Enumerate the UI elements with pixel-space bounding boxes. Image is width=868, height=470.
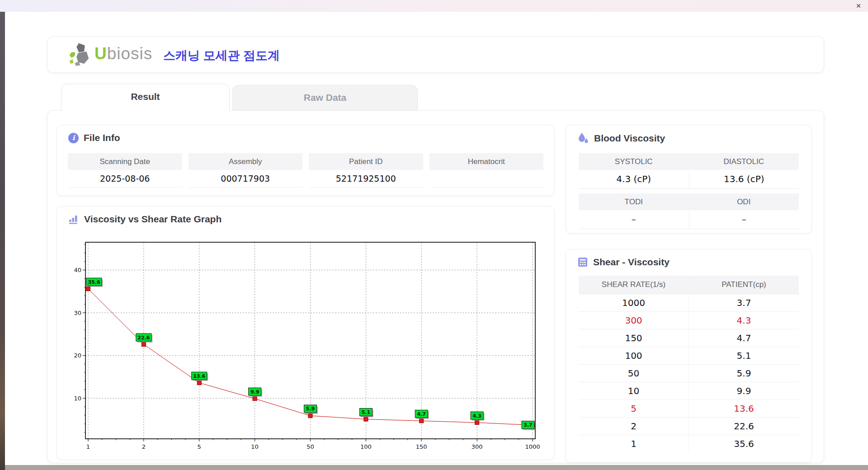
file-info-field-label: Scanning Date	[68, 153, 182, 170]
svg-text:20: 20	[74, 352, 81, 359]
desktop-edge-left	[0, 12, 5, 470]
shear-table-header-cell: PATIENT(cp)	[689, 276, 799, 294]
patient-viscosity-cell: 3.7	[689, 294, 799, 311]
blood-viscosity-value: 4.3 (cP)	[579, 170, 689, 189]
shear-table-row: 1005.1	[579, 347, 799, 364]
patient-viscosity-cell: 35.6	[689, 435, 799, 452]
svg-text:4.7: 4.7	[417, 411, 426, 417]
svg-text:10: 10	[251, 443, 259, 450]
info-icon: i	[68, 133, 79, 143]
svg-text:9.9: 9.9	[250, 389, 259, 395]
svg-text:4.3: 4.3	[472, 413, 481, 419]
file-info-field-label: Assembly	[189, 153, 303, 170]
svg-text:5: 5	[198, 443, 201, 450]
svg-text:22.6: 22.6	[137, 335, 150, 341]
file-info-field: Assembly000717903	[189, 153, 303, 188]
shear-rate-cell: 150	[579, 329, 689, 347]
shear-table: SHEAR RATE(1/s)PATIENT(cp)10003.73004.31…	[579, 276, 799, 452]
patient-viscosity-cell: 4.7	[689, 329, 799, 347]
svg-text:35.6: 35.6	[88, 279, 100, 285]
shear-table-row: 135.6	[579, 435, 799, 452]
tab-result[interactable]: Result	[61, 84, 230, 111]
shear-viscosity-title: Shear - Viscosity	[593, 257, 670, 268]
file-info-field-value	[429, 170, 544, 188]
svg-text:2: 2	[142, 443, 146, 450]
shear-rate-cell: 5	[579, 400, 689, 417]
blood-viscosity-group: TODIODI––	[579, 193, 799, 229]
shear-table-row: 505.9	[579, 364, 799, 382]
ubiosis-logo-icon	[67, 42, 92, 66]
ubiosis-logo-text: Ubiosis	[94, 44, 152, 63]
blood-viscosity-value: –	[579, 210, 689, 229]
table-calculator-icon	[577, 257, 588, 268]
file-info-card: i File Info Scanning Date2025-08-06Assem…	[57, 125, 555, 196]
screen: × Ubiosis 스캐닝 모세관 점도계 Result Raw Data	[0, 0, 868, 470]
svg-text:10: 10	[74, 395, 81, 402]
shear-table-row: 513.6	[579, 400, 799, 417]
blood-viscosity-header: SYSTOLIC	[579, 153, 689, 170]
blood-viscosity-value: 13.6 (cP)	[689, 170, 799, 189]
svg-text:150: 150	[416, 443, 427, 450]
blood-viscosity-header: ODI	[689, 193, 799, 210]
svg-text:13.6: 13.6	[193, 373, 205, 379]
file-info-field-value: 52171925100	[309, 170, 423, 188]
shear-viscosity-card: Shear - Viscosity SHEAR RATE(1/s)PATIENT…	[566, 249, 812, 463]
app-title: 스캐닝 모세관 점도계	[163, 47, 280, 64]
shear-rate-cell: 1000	[579, 294, 689, 311]
shear-table-header-cell: SHEAR RATE(1/s)	[579, 276, 689, 294]
file-info-field: Hematocrit	[429, 153, 544, 188]
viscosity-chart: 102030401251050100150300100035.622.613.6…	[64, 234, 547, 460]
shear-rate-cell: 2	[579, 418, 689, 435]
svg-text:40: 40	[74, 267, 81, 273]
shear-rate-cell: 10	[579, 382, 689, 400]
header-card: Ubiosis 스캐닝 모세관 점도계	[47, 36, 824, 73]
svg-text:5.1: 5.1	[362, 409, 371, 415]
shear-rate-cell: 300	[579, 312, 689, 329]
ubiosis-logo: Ubiosis	[67, 42, 152, 66]
patient-viscosity-cell: 5.1	[689, 347, 799, 364]
blood-viscosity-header: TODI	[579, 193, 689, 210]
svg-text:5.9: 5.9	[306, 406, 315, 412]
shear-rate-cell: 1	[579, 435, 689, 452]
blood-viscosity-title: Blood Viscosity	[594, 133, 665, 144]
patient-viscosity-cell: 13.6	[689, 400, 799, 417]
shear-rate-cell: 50	[579, 365, 689, 382]
app-window: Ubiosis 스캐닝 모세관 점도계 Result Raw Data i Fi…	[5, 12, 868, 465]
shear-table-row: 3004.3	[579, 311, 799, 329]
logo-text-u: U	[94, 44, 107, 63]
shear-table-row: 222.6	[579, 417, 799, 435]
bar-chart-icon	[68, 214, 79, 225]
blood-viscosity-value: –	[689, 210, 799, 229]
patient-viscosity-cell: 9.9	[689, 382, 799, 400]
patient-viscosity-cell: 22.6	[689, 418, 799, 435]
blood-viscosity-table: SYSTOLICDIASTOLIC4.3 (cP)13.6 (cP)TODIOD…	[579, 153, 799, 234]
svg-text:300: 300	[472, 443, 483, 450]
shear-table-row: 109.9	[579, 382, 799, 400]
file-info-field-label: Patient ID	[309, 153, 423, 170]
logo-text-rest: biosis	[107, 44, 153, 63]
patient-viscosity-cell: 5.9	[689, 365, 799, 382]
file-info-field: Patient ID52171925100	[309, 153, 423, 188]
blood-viscosity-header: DIASTOLIC	[689, 153, 799, 170]
svg-text:1: 1	[86, 443, 90, 450]
file-info-field-value: 000717903	[189, 170, 303, 188]
tab-raw-data[interactable]: Raw Data	[232, 85, 418, 110]
svg-text:1000: 1000	[525, 443, 540, 450]
patient-viscosity-cell: 4.3	[689, 312, 799, 329]
desktop-edge-bottom	[5, 465, 868, 470]
file-info-field-value: 2025-08-06	[68, 170, 182, 188]
shear-table-row: 1504.7	[579, 329, 799, 347]
svg-text:100: 100	[360, 443, 372, 450]
file-info-field: Scanning Date2025-08-06	[68, 153, 182, 188]
graph-title: Viscosity vs Shear Rate Graph	[84, 214, 222, 225]
file-info-title: File Info	[84, 132, 120, 143]
file-info-fields: Scanning Date2025-08-06Assembly000717903…	[68, 153, 543, 188]
svg-text:50: 50	[307, 443, 314, 450]
blood-viscosity-card: Blood Viscosity SYSTOLICDIASTOLIC4.3 (cP…	[566, 125, 812, 234]
svg-text:30: 30	[74, 310, 81, 316]
close-icon[interactable]: ×	[853, 0, 864, 11]
graph-card: Viscosity vs Shear Rate Graph 1020304012…	[57, 206, 555, 460]
file-info-field-label: Hematocrit	[429, 153, 544, 170]
shear-rate-cell: 100	[579, 347, 689, 364]
window-titlebar: ×	[0, 0, 868, 12]
